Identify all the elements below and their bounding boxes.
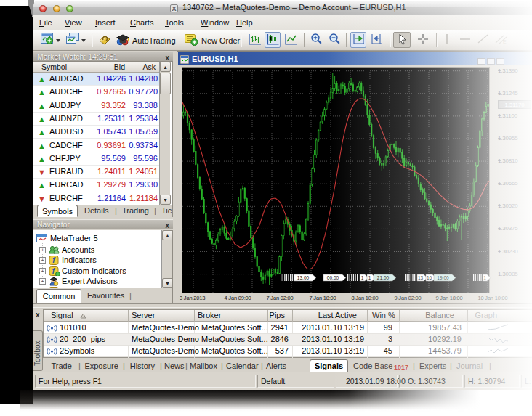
svg-text:00:00: 00:00	[327, 275, 339, 280]
svg-text:16: 16	[427, 275, 432, 280]
svg-text:21:00: 21:00	[377, 275, 390, 280]
svg-text:1: 1	[368, 275, 371, 280]
svg-text:1: 1	[483, 275, 486, 280]
svg-text:19:00: 19:00	[437, 275, 449, 280]
svg-text:13:00: 13:00	[297, 275, 310, 280]
svg-text:E: E	[503, 39, 507, 44]
svg-text:13: 13	[418, 275, 424, 280]
svg-text:1: 1	[361, 275, 364, 280]
